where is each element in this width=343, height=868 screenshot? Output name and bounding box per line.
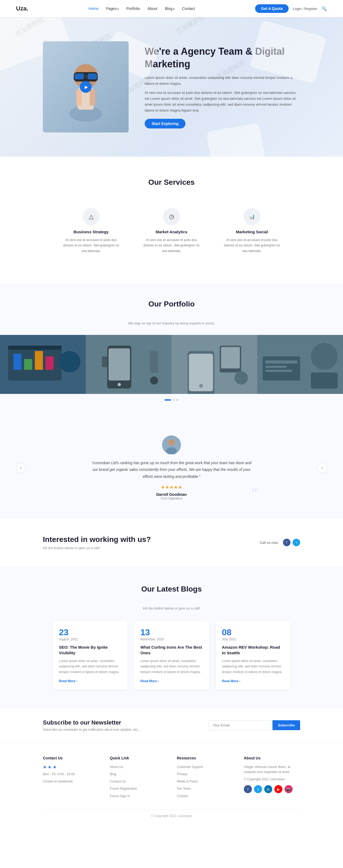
svg-rect-10 <box>90 90 95 106</box>
cta-twitter-icon[interactable]: t <box>293 539 300 546</box>
footer-link-forum-sign[interactable]: Forum Sign In <box>110 794 166 799</box>
svg-rect-39 <box>311 372 338 389</box>
service-desc-2: At vero eos et accusam et justo duo dolo… <box>143 237 200 254</box>
svg-rect-17 <box>45 356 54 370</box>
svg-rect-14 <box>13 354 22 370</box>
footer-linkedin-icon[interactable]: in <box>264 785 272 793</box>
get-quota-button[interactable]: Get A Quota <box>255 4 288 13</box>
testimonial-role: Cmo Operative <box>91 497 252 500</box>
blog-readmore-3[interactable]: Read More <box>222 679 240 683</box>
svg-rect-15 <box>24 359 32 370</box>
footer-link-forum-reg[interactable]: Forum Registration <box>110 786 166 791</box>
blogs-section: Our Latest Blogs Hit the button below or… <box>0 566 343 708</box>
blog-excerpt-3: Lorem ipsum dolor sit amet, consetetur s… <box>222 658 284 675</box>
nav-blog[interactable]: Blog <box>165 6 174 11</box>
portfolio-slider <box>0 335 343 394</box>
footer-resource-1[interactable]: Customer Support <box>177 765 233 770</box>
footer-youtube-icon[interactable]: ▶ <box>274 785 282 793</box>
play-button[interactable] <box>80 81 92 93</box>
testimonial-next-button[interactable]: › <box>317 463 327 473</box>
navbar: Uza. Home Pages Portfolio About Blog Con… <box>0 0 343 17</box>
blog-readmore-2[interactable]: Read More <box>140 679 159 683</box>
portfolio-dots <box>0 399 343 401</box>
footer-contact-stars: ★ ★ ★ <box>43 765 57 769</box>
blog-card-2: 13 November, 2020 What Curling Irons Are… <box>134 621 209 690</box>
service-icon-2: ◷ <box>163 208 180 225</box>
svg-rect-36 <box>265 361 298 364</box>
footer: Contact Us ★ ★ ★ Mon - Fri: 8:00 - 19:00… <box>0 742 343 824</box>
hero-content: We're a Agency Team & Digital Marketing … <box>145 45 300 128</box>
footer-twitter-icon[interactable]: t <box>254 785 262 793</box>
footer-resource-2[interactable]: Privacy <box>177 772 233 777</box>
services-section: Our Services △ Business Strategy At vero… <box>0 157 343 284</box>
footer-contact-col: Contact Us ★ ★ ★ Mon - Fri: 8:00 - 19:00… <box>43 756 99 801</box>
blog-day-2: 13 <box>140 627 203 638</box>
service-card-1: △ Business Strategy At vero eos et accus… <box>56 199 126 262</box>
nav-home[interactable]: Home <box>89 6 98 11</box>
footer-link-contact[interactable]: Contact Us <box>110 779 166 784</box>
svg-rect-9 <box>76 90 82 106</box>
portfolio-img-4 <box>257 335 343 394</box>
testimonial-inner: "cosmoban Ltd's ranking has gone up so m… <box>91 435 252 500</box>
svg-rect-16 <box>35 351 43 370</box>
footer-resource-5[interactable]: Contact <box>177 794 233 799</box>
svg-point-18 <box>59 351 80 372</box>
newsletter-title: Subscribe to our Newsletter <box>43 719 140 726</box>
search-icon[interactable]: 🔍 <box>321 6 327 11</box>
portfolio-item-2[interactable] <box>86 335 172 394</box>
nav-contact[interactable]: Contact <box>182 6 195 11</box>
blog-month-2: November, 2020 <box>140 638 203 641</box>
blog-month-3: July, 2021 <box>222 638 284 641</box>
dot-active[interactable] <box>165 399 171 401</box>
testimonial-prev-button[interactable]: ‹ <box>16 463 26 473</box>
footer-contact-note: Closed on weekends <box>43 779 99 784</box>
start-exploring-button[interactable]: Start Exploring <box>145 119 185 128</box>
newsletter-subscribe-button[interactable]: Subscribe <box>273 720 300 730</box>
portfolio-item-1[interactable] <box>0 335 86 394</box>
portfolio-img-3 <box>172 335 257 394</box>
svg-rect-38 <box>265 370 292 372</box>
nav-portfolio[interactable]: Portfolio <box>126 6 140 11</box>
footer-copyright: © Copyright 2021 cosmoban <box>43 810 300 818</box>
portfolio-subtitle: We stay on top of our industry by being … <box>0 321 343 325</box>
service-name-3: Marketing Social <box>224 229 280 234</box>
footer-link-blog[interactable]: Blog <box>110 772 166 777</box>
newsletter-email-input[interactable] <box>208 720 273 730</box>
portfolio-title: Our Portfolio <box>0 300 343 308</box>
service-card-3: 📊 Marketing Social At vero eos et accusa… <box>217 199 287 262</box>
portfolio-item-3[interactable] <box>172 335 257 394</box>
footer-link-about[interactable]: About Us <box>110 765 166 770</box>
svg-rect-4 <box>88 73 97 80</box>
footer-resource-3[interactable]: Media & Press <box>177 779 233 784</box>
svg-rect-7 <box>95 75 98 76</box>
footer-grid: Contact Us ★ ★ ★ Mon - Fri: 8:00 - 19:00… <box>43 756 300 801</box>
footer-resource-4[interactable]: Our Team <box>177 786 233 791</box>
cta-left: Interested in working with us? Hit the b… <box>43 535 151 550</box>
blog-card-1: 23 August, 2021 SEO: The Movie By Ignite… <box>53 621 128 690</box>
testimonial-avatar <box>162 435 181 454</box>
service-card-2: ◷ Market Analytics At vero eos et accusa… <box>137 199 206 262</box>
nav-pages[interactable]: Pages <box>106 6 119 11</box>
cta-right: Call us now: f t <box>260 539 300 546</box>
footer-facebook-icon[interactable]: f <box>244 785 252 793</box>
blog-readmore-1[interactable]: Read More <box>59 679 77 683</box>
svg-point-41 <box>168 439 175 446</box>
svg-point-25 <box>150 376 158 384</box>
nav-auth[interactable]: Login / Register <box>293 7 317 11</box>
nav-about[interactable]: About <box>148 6 158 11</box>
portfolio-item-4[interactable] <box>257 335 343 394</box>
footer-instagram-icon[interactable]: 📷 <box>284 785 293 793</box>
cta-title: Interested in working with us? <box>43 535 151 544</box>
service-icon-3: 📊 <box>243 208 261 225</box>
portfolio-img-1 <box>0 335 86 394</box>
services-grid: △ Business Strategy At vero eos et accus… <box>43 199 300 262</box>
svg-point-35 <box>311 343 338 370</box>
svg-point-29 <box>199 384 203 388</box>
cta-facebook-icon[interactable]: f <box>283 539 290 546</box>
service-icon-1: △ <box>82 208 100 225</box>
newsletter-subtitle: Subscribe our newsletter to get notifica… <box>43 728 140 732</box>
testimonial-stars: ★★★★★ <box>91 484 252 490</box>
portfolio-section: Our Portfolio We stay on top of our indu… <box>0 284 343 417</box>
dot-2[interactable] <box>173 399 175 401</box>
dot-3[interactable] <box>176 399 178 401</box>
